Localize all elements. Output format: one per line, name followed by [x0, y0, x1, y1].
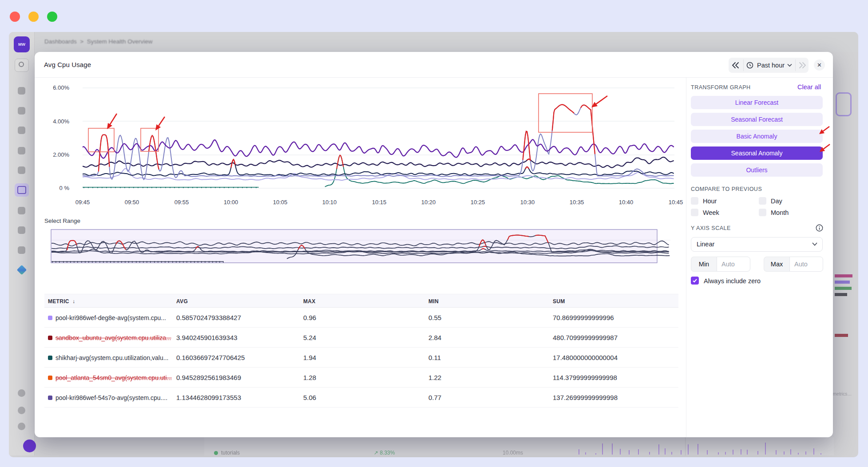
svg-text:10:45: 10:45: [669, 199, 683, 206]
svg-text:09:50: 09:50: [125, 199, 139, 206]
svg-text:10:20: 10:20: [421, 199, 436, 206]
svg-text:2.00%: 2.00%: [53, 151, 69, 158]
svg-text:10:40: 10:40: [619, 199, 634, 206]
svg-text:10:35: 10:35: [570, 199, 584, 206]
svg-text:10:25: 10:25: [471, 199, 485, 206]
svg-text:10:15: 10:15: [372, 199, 387, 206]
svg-text:6.00%: 6.00%: [53, 84, 69, 91]
svg-text:10:00: 10:00: [224, 199, 238, 206]
svg-text:09:55: 09:55: [174, 199, 189, 206]
svg-text:09:45: 09:45: [75, 199, 90, 206]
svg-text:4.00%: 4.00%: [53, 118, 69, 125]
svg-text:10:10: 10:10: [322, 199, 337, 206]
svg-text:0 %: 0 %: [59, 185, 70, 191]
svg-text:10:05: 10:05: [273, 199, 288, 206]
svg-text:10:30: 10:30: [520, 199, 535, 206]
